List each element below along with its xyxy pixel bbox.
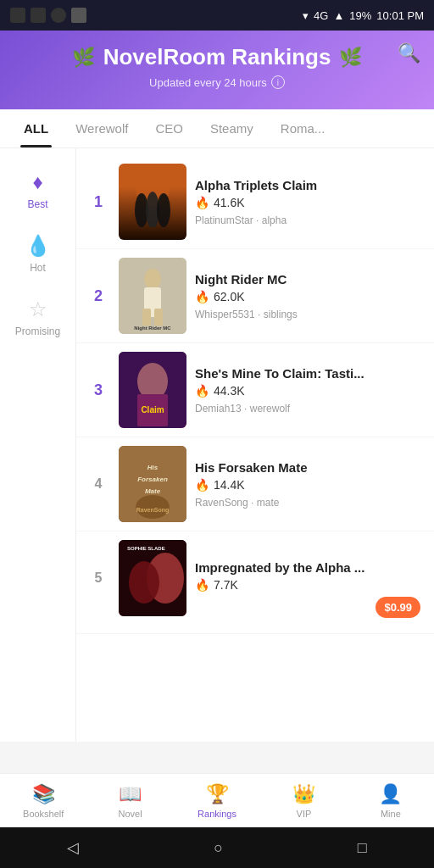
app-icon-1 xyxy=(10,8,25,23)
search-button[interactable]: 🔍 xyxy=(398,42,420,64)
book-info-4: His Forsaken Mate 🔥 14.4K RavenSong · ma… xyxy=(195,460,424,509)
nav-rankings-label: Rankings xyxy=(198,809,236,819)
app-icon-3 xyxy=(51,8,66,23)
book-title-2: Night Rider MC xyxy=(195,272,424,287)
table-row[interactable]: 2 Night Rider MC Night Rider MC xyxy=(76,249,434,343)
home-button[interactable]: ○ xyxy=(214,839,223,857)
category-tabs: ALL Werewolf CEO Steamy Roma... xyxy=(0,109,434,148)
rankings-list: 1 Alpha Triplets Claim 🔥 41.6K xyxy=(76,148,434,742)
sidebar-promising-label: Promising xyxy=(15,326,60,337)
left-laurel-icon: 🌿 xyxy=(72,47,95,69)
book-stats-4: 🔥 14.4K xyxy=(195,478,424,492)
diamond-icon: ♦ xyxy=(32,170,42,194)
book-title-5: Impregnated by the Alpha ... xyxy=(195,560,424,575)
header-banner: 🔍 🌿 NovelRoom Rankings 🌿 Updated every 2… xyxy=(0,31,434,109)
info-icon[interactable]: i xyxy=(271,75,285,89)
nav-rankings[interactable]: 🏆 Rankings xyxy=(174,776,260,826)
stat-number-2: 62.0K xyxy=(214,290,245,303)
stat-number-1: 41.6K xyxy=(214,196,245,209)
book-cover-5: SOPHIE SLADE xyxy=(119,540,186,616)
nav-mine-label: Mine xyxy=(381,809,401,819)
nav-bookshelf[interactable]: 📚 Bookshelf xyxy=(0,776,86,826)
book-cover-4: His Forsaken Mate RavenSong xyxy=(119,446,186,522)
svg-rect-7 xyxy=(154,309,163,326)
book-cover-1 xyxy=(119,164,186,240)
book-cover-2: Night Rider MC xyxy=(119,258,186,334)
fire-icon-2: 🔥 xyxy=(195,290,209,303)
sidebar-hot-label: Hot xyxy=(30,262,46,274)
svg-point-20 xyxy=(129,561,159,604)
book-info-5: Impregnated by the Alpha ... 🔥 7.7K xyxy=(195,560,424,597)
rank-number-1: 1 xyxy=(86,193,110,211)
network-label: 4G xyxy=(314,9,328,22)
rank-number-2: 2 xyxy=(86,287,110,305)
status-right-info: ▾ 4G ▲ 19% 10:01 PM xyxy=(303,9,424,22)
book-cover-3: Claim xyxy=(119,352,186,428)
battery-label: 19% xyxy=(349,9,371,22)
banner-title-text: NovelRoom Rankings xyxy=(103,44,331,70)
star-icon: ☆ xyxy=(29,298,47,321)
table-row[interactable]: 4 His Forsaken Mate RavenSong His Forsak… xyxy=(76,437,434,531)
nav-mine[interactable]: 👤 Mine xyxy=(348,776,434,826)
svg-text:RavenSong: RavenSong xyxy=(136,507,170,514)
bottom-nav: 📚 Bookshelf 📖 Novel 🏆 Rankings 👑 VIP 👤 M… xyxy=(0,773,434,827)
fire-icon-3: 🔥 xyxy=(195,384,209,398)
book-stats-2: 🔥 62.0K xyxy=(195,290,424,303)
signal-icon: ▲ xyxy=(333,9,344,22)
time-label: 10:01 PM xyxy=(376,9,424,22)
tab-ceo[interactable]: CEO xyxy=(142,109,197,147)
tab-werewolf[interactable]: Werewolf xyxy=(62,109,142,147)
sidebar-item-hot[interactable]: 💧 Hot xyxy=(0,225,75,282)
table-row[interactable]: 5 SOPHIE SLADE Impregnated by the Alpha … xyxy=(76,531,434,634)
book-stats-1: 🔥 41.6K xyxy=(195,196,424,209)
book-author-4: RavenSong · mate xyxy=(195,497,424,509)
svg-text:Forsaken: Forsaken xyxy=(137,476,168,483)
nav-vip-label: VIP xyxy=(297,809,312,819)
sidebar-best-label: Best xyxy=(27,198,47,210)
svg-rect-6 xyxy=(142,309,151,326)
drop-icon: 💧 xyxy=(25,234,51,258)
tab-steamy[interactable]: Steamy xyxy=(197,109,267,147)
banner-subtitle: Updated every 24 hours i xyxy=(14,75,420,89)
mine-icon: 👤 xyxy=(379,783,402,805)
table-row[interactable]: 3 Claim She's Mine To Claim: Tasti... 🔥 … xyxy=(76,343,434,437)
book-info-2: Night Rider MC 🔥 62.0K Whisper5531 · sib… xyxy=(195,272,424,320)
app-icon-2 xyxy=(31,8,46,23)
sidebar: ♦ Best 💧 Hot ☆ Promising xyxy=(0,148,76,742)
book-stats-3: 🔥 44.3K xyxy=(195,384,424,398)
price-badge-5[interactable]: $0.99 xyxy=(376,597,420,618)
subtitle-text: Updated every 24 hours xyxy=(149,76,267,89)
svg-text:His: His xyxy=(147,464,159,471)
recent-button[interactable]: □ xyxy=(358,839,367,857)
svg-text:Claim: Claim xyxy=(141,405,164,415)
book-title-1: Alpha Triplets Claim xyxy=(195,178,424,192)
android-nav-bar: ◁ ○ □ xyxy=(0,827,434,868)
table-row[interactable]: 1 Alpha Triplets Claim 🔥 41.6K xyxy=(76,155,434,249)
fire-icon-4: 🔥 xyxy=(195,478,209,492)
status-left-icons xyxy=(10,8,86,23)
nav-novel-label: Novel xyxy=(119,809,142,819)
nav-novel[interactable]: 📖 Novel xyxy=(86,776,173,826)
main-content: ♦ Best 💧 Hot ☆ Promising 1 xyxy=(0,148,434,742)
fire-icon-1: 🔥 xyxy=(195,196,209,209)
sidebar-item-promising[interactable]: ☆ Promising xyxy=(0,289,75,346)
vip-icon: 👑 xyxy=(292,783,315,805)
app-icon-4 xyxy=(71,8,86,23)
tab-romance[interactable]: Roma... xyxy=(267,109,326,147)
rank-number-4: 4 xyxy=(86,476,110,492)
rankings-icon: 🏆 xyxy=(206,783,229,805)
nav-vip[interactable]: 👑 VIP xyxy=(260,776,347,826)
wifi-icon: ▾ xyxy=(303,9,309,22)
nav-bookshelf-label: Bookshelf xyxy=(23,809,64,819)
tab-all[interactable]: ALL xyxy=(10,109,62,147)
svg-text:Mate: Mate xyxy=(145,487,161,495)
novel-icon: 📖 xyxy=(119,783,142,805)
stat-number-5: 7.7K xyxy=(214,578,238,592)
sidebar-item-best[interactable]: ♦ Best xyxy=(0,162,75,219)
book-author-1: PlatinumStar · alpha xyxy=(195,214,424,226)
book-stats-5: 🔥 7.7K xyxy=(195,578,424,592)
back-button[interactable]: ◁ xyxy=(67,838,79,857)
book-title-3: She's Mine To Claim: Tasti... xyxy=(195,366,424,381)
book-author-3: Demiah13 · werewolf xyxy=(195,403,424,415)
svg-point-3 xyxy=(157,193,170,227)
